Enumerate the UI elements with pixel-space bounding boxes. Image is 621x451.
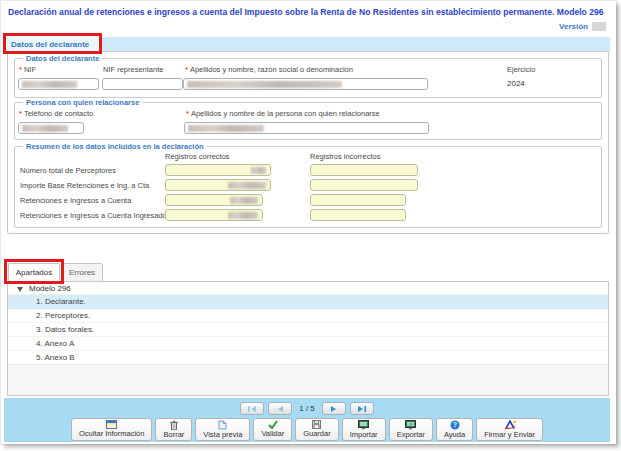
collapse-caret-icon: [17, 287, 23, 292]
save-disk-icon: [312, 420, 321, 429]
next-page-icon: [329, 405, 339, 413]
footer-bar: 1 / 5 Ocultar Información Borrar Vista p…: [4, 398, 610, 442]
validar-button[interactable]: Validar: [253, 418, 292, 441]
required-asterisk: *: [185, 65, 188, 74]
nif-input[interactable]: [18, 78, 99, 90]
pagination: 1 / 5: [4, 402, 610, 415]
redacted-version-value: [592, 22, 606, 31]
apellidos-denominacion-label: *Apellidos y nombre, razón social o deno…: [185, 65, 353, 74]
export-screen-icon: [405, 420, 416, 430]
fieldset-datos-declarante: Datos del declarante *NIF NIF representa…: [14, 58, 602, 98]
version-label: Versión: [559, 22, 588, 31]
redacted-value: [230, 197, 258, 204]
tab-errores[interactable]: Errores: [61, 263, 103, 282]
tree-node-modelo-296[interactable]: Modelo 296: [8, 282, 608, 295]
fieldset-legend: Datos del declarante: [23, 54, 102, 63]
guardar-button[interactable]: Guardar: [295, 418, 339, 441]
required-asterisk: *: [186, 109, 189, 118]
version-row: Versión: [559, 22, 606, 31]
fieldset-persona-relacionarse: Persona con quien relacionarse *Teléfono…: [14, 102, 602, 140]
ejercicio-label: Ejercicio: [507, 65, 535, 74]
required-asterisk: *: [19, 65, 22, 74]
tree-item-anexo-a[interactable]: 4. Anexo A: [8, 337, 608, 351]
annotation-box-datos-declarante: [3, 33, 102, 54]
first-page-button[interactable]: [240, 402, 264, 415]
previous-page-icon: [275, 405, 285, 413]
summary-row-label: Número total de Perceptores: [20, 166, 116, 175]
nif-label: *NIF: [19, 65, 36, 74]
last-page-icon: [357, 405, 367, 413]
page-title: Declaración anual de retenciones e ingre…: [8, 7, 608, 17]
required-asterisk: *: [19, 109, 22, 118]
importar-button[interactable]: Importar: [342, 418, 386, 441]
annotation-box-apartados: [4, 259, 64, 284]
summary-row-label: Retenciones e Ingresos a Cuenta: [20, 196, 131, 205]
nif-representante-input[interactable]: [102, 78, 183, 90]
declaration-form-panel: Datos del declarante *NIF NIF representa…: [7, 51, 609, 234]
firmar-y-enviar-button[interactable]: Firmar y Enviar: [476, 418, 543, 441]
preview-document-icon: [218, 420, 227, 430]
apartados-tree-panel: Modelo 296 1. Declarante. 2. Perceptores…: [7, 281, 609, 396]
tree-item-datos-forales[interactable]: 3. Datos forales.: [8, 323, 608, 337]
fieldset-legend: Persona con quien relacionarse: [23, 98, 142, 107]
action-toolbar: Ocultar Información Borrar Vista previa …: [4, 418, 610, 441]
ingresados-correctos-field[interactable]: [165, 209, 263, 221]
redacted-value: [22, 125, 68, 132]
telefono-contacto-label: *Teléfono de contacto: [19, 109, 93, 118]
ocultar-informacion-button[interactable]: Ocultar Información: [71, 418, 152, 441]
telefono-contacto-input[interactable]: [18, 122, 84, 134]
svg-text:?: ?: [453, 421, 457, 428]
import-screen-icon: [358, 420, 369, 430]
tree-item-anexo-b[interactable]: 5. Anexo B: [8, 351, 608, 365]
importe-base-incorrectos-field[interactable]: [310, 179, 418, 191]
first-page-icon: [247, 405, 257, 413]
trash-icon: [169, 420, 179, 430]
col-registros-incorrectos: Registros incorrectos: [310, 152, 380, 161]
exportar-button[interactable]: Exportar: [389, 418, 433, 441]
redacted-value: [188, 125, 264, 132]
modelo-296-window: Declaración anual de retenciones e ingre…: [1, 1, 616, 444]
col-registros-correctos: Registros correctos: [165, 152, 230, 161]
redacted-value: [187, 81, 342, 88]
sign-send-icon: [504, 420, 516, 430]
apellidos-denominacion-input[interactable]: [183, 78, 428, 90]
green-check-icon: [268, 420, 278, 429]
window-info-icon: [106, 420, 117, 429]
nif-representante-label: NIF representante: [103, 65, 163, 74]
redacted-value: [228, 182, 266, 189]
perceptores-incorrectos-field[interactable]: [310, 164, 418, 176]
help-question-icon: ?: [450, 420, 460, 430]
persona-contacto-input[interactable]: [184, 122, 429, 134]
ejercicio-value: 2024: [507, 79, 525, 88]
borrar-button[interactable]: Borrar: [155, 418, 192, 441]
page-indicator: 1 / 5: [299, 404, 315, 413]
summary-row-label: Importe Base Retenciones e Ing. a Cta: [20, 181, 149, 190]
importe-base-correctos-field[interactable]: [165, 179, 271, 191]
ingresados-incorrectos-field[interactable]: [310, 209, 406, 221]
summary-row-label: Retenciones e Ingresos a Cuenta Ingresad…: [20, 211, 171, 220]
last-page-button[interactable]: [350, 402, 374, 415]
persona-contacto-label: *Apellidos y nombre de la persona con qu…: [186, 109, 380, 118]
ayuda-button[interactable]: ? Ayuda: [436, 418, 473, 441]
tree-empty-area: [8, 364, 608, 395]
retenciones-incorrectos-field[interactable]: [310, 194, 406, 206]
redacted-value: [251, 167, 266, 174]
vista-previa-button[interactable]: Vista previa: [195, 418, 250, 441]
tree-item-perceptores[interactable]: 2. Perceptores.: [8, 309, 608, 323]
tree-item-declarante[interactable]: 1. Declarante.: [8, 295, 608, 309]
redacted-value: [228, 212, 258, 219]
retenciones-correctos-field[interactable]: [165, 194, 263, 206]
fieldset-resumen-declaracion: Resumen de los datos incluidos en la dec…: [14, 146, 602, 228]
previous-page-button[interactable]: [268, 402, 292, 415]
redacted-value: [22, 81, 77, 88]
perceptores-correctos-field[interactable]: [165, 164, 271, 176]
next-page-button[interactable]: [322, 402, 346, 415]
fieldset-legend: Resumen de los datos incluidos en la dec…: [23, 142, 207, 151]
